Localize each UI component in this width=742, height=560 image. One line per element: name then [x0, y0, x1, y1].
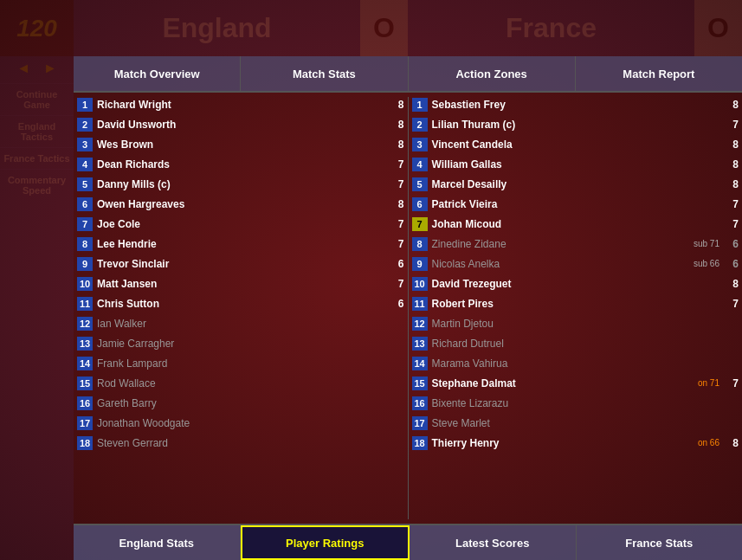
england-player-row: 1Richard Wright8 — [77, 94, 404, 114]
player-name: Nicolas Anelka — [432, 258, 694, 270]
england-player-row: 11Chris Sutton6 — [77, 293, 404, 313]
sub-info: sub 71 — [694, 239, 719, 248]
player-rating: 8 — [392, 138, 404, 151]
england-player-row: 9Trevor Sinclair6 — [77, 254, 404, 274]
player-number-badge: 17 — [412, 416, 428, 430]
player-name: Rod Wallace — [97, 377, 389, 389]
france-player-row: 4William Gallas8 — [412, 154, 739, 174]
player-number-badge: 18 — [77, 436, 93, 450]
content-wrapper: Match Overview Match Stats Action Zones … — [74, 56, 742, 560]
player-rating: 7 — [726, 198, 739, 210]
player-rating: 7 — [392, 218, 404, 230]
player-number-badge: 4 — [412, 158, 428, 171]
tab-latest-scores[interactable]: Latest Scores — [410, 525, 577, 560]
player-name: Matt Jansen — [97, 278, 389, 290]
player-number-badge: 10 — [77, 277, 93, 291]
player-name: Richard Wright — [97, 99, 389, 111]
player-name: Thierry Henry — [432, 437, 698, 449]
england-player-row: 10Matt Jansen7 — [77, 274, 404, 293]
tab-action-zones[interactable]: Action Zones — [409, 56, 576, 91]
player-number-badge: 12 — [77, 317, 93, 331]
player-rating: 8 — [392, 99, 404, 111]
player-number-badge: 1 — [77, 98, 93, 112]
player-name: Johan Micoud — [432, 218, 724, 230]
player-name: Vincent Candela — [432, 138, 724, 151]
player-rating: 7 — [726, 119, 739, 131]
player-name: Patrick Vieira — [432, 198, 724, 210]
player-number-badge: 2 — [412, 118, 428, 132]
france-player-row: 6Patrick Vieira7 — [412, 194, 739, 214]
france-player-row: 3Vincent Candela8 — [412, 134, 739, 154]
sub-info: sub 66 — [694, 259, 719, 268]
player-name: Robert Pires — [432, 298, 724, 310]
sub-info: on 71 — [698, 378, 719, 388]
player-name: Zinedine Zidane — [432, 238, 694, 250]
england-player-row: 17Jonathan Woodgate — [77, 413, 404, 433]
tab-match-stats[interactable]: Match Stats — [241, 56, 408, 91]
player-number-badge: 17 — [77, 416, 93, 430]
player-number-badge: 16 — [77, 396, 93, 410]
france-player-row: 15Stephane Dalmaton 717 — [412, 373, 739, 393]
player-rating: 7 — [726, 377, 739, 389]
player-number-badge: 8 — [77, 237, 93, 251]
england-player-row: 8Lee Hendrie7 — [77, 234, 404, 254]
tab-match-overview[interactable]: Match Overview — [74, 56, 241, 91]
player-name: Owen Hargreaves — [97, 198, 389, 210]
england-player-row: 15Rod Wallace — [77, 373, 404, 393]
england-player-row: 18Steven Gerrard — [77, 433, 404, 453]
player-rating: 8 — [726, 99, 739, 111]
player-number-badge: 4 — [77, 158, 93, 171]
player-number-badge: 7 — [77, 217, 93, 231]
france-player-row: 8Zinedine Zidanesub 716 — [412, 234, 739, 254]
player-number-badge: 3 — [412, 138, 428, 151]
player-rating: 6 — [726, 258, 739, 270]
player-name: Frank Lampard — [97, 357, 389, 370]
player-rating: 8 — [726, 437, 739, 449]
england-player-row: 13Jamie Carragher — [77, 333, 404, 353]
player-rating: 7 — [392, 178, 404, 190]
player-rating: 7 — [392, 278, 404, 290]
player-rating: 8 — [726, 178, 739, 190]
france-player-row: 14Marama Vahirua — [412, 353, 739, 373]
player-name: Lee Hendrie — [97, 238, 389, 250]
player-number-badge: 10 — [412, 277, 428, 291]
player-name: Wes Brown — [97, 138, 389, 151]
player-number-badge: 14 — [77, 357, 93, 370]
player-name: Chris Sutton — [97, 298, 389, 310]
tab-france-stats[interactable]: France Stats — [577, 525, 743, 560]
players-section: 1Richard Wright82David Unsworth83Wes Bro… — [74, 93, 742, 524]
player-number-badge: 1 — [412, 98, 428, 112]
player-number-badge: 6 — [412, 197, 428, 211]
sub-info: on 66 — [698, 438, 719, 447]
france-player-list: 1Sebastien Frey82Lilian Thuram (c)73Vinc… — [409, 93, 743, 524]
france-player-row: 13Richard Dutruel — [412, 333, 739, 353]
player-rating: 7 — [392, 238, 404, 250]
player-name: Richard Dutruel — [432, 338, 724, 350]
france-player-row: 9Nicolas Anelkasub 666 — [412, 254, 739, 274]
player-name: Stephane Dalmat — [432, 377, 698, 389]
player-number-badge: 5 — [412, 177, 428, 191]
tab-england-stats[interactable]: England Stats — [74, 525, 241, 560]
france-player-row: 16Bixente Lizarazu — [412, 393, 739, 413]
france-player-row: 11Robert Pires7 — [412, 293, 739, 313]
england-player-row: 4Dean Richards7 — [77, 154, 404, 174]
player-rating: 6 — [392, 298, 404, 310]
player-name: Steven Gerrard — [97, 437, 389, 449]
england-player-row: 12Ian Walker — [77, 313, 404, 333]
tab-match-report[interactable]: Match Report — [576, 56, 742, 91]
tab-player-ratings[interactable]: Player Ratings — [241, 525, 410, 560]
france-player-row: 17Steve Marlet — [412, 413, 739, 433]
france-player-row: 1Sebastien Frey8 — [412, 94, 739, 114]
france-player-row: 7Johan Micoud7 — [412, 214, 739, 234]
player-name: Jonathan Woodgate — [97, 417, 389, 429]
england-player-row: 2David Unsworth8 — [77, 114, 404, 134]
player-name: Joe Cole — [97, 218, 389, 230]
france-player-row: 10David Trezeguet8 — [412, 274, 739, 293]
player-rating: 8 — [726, 158, 739, 171]
player-number-badge: 7 — [412, 217, 428, 231]
player-name: Jamie Carragher — [97, 338, 389, 350]
player-number-badge: 11 — [412, 297, 428, 311]
player-number-badge: 16 — [412, 396, 428, 410]
player-number-badge: 3 — [77, 138, 93, 151]
france-player-row: 12Martin Djetou — [412, 313, 739, 333]
